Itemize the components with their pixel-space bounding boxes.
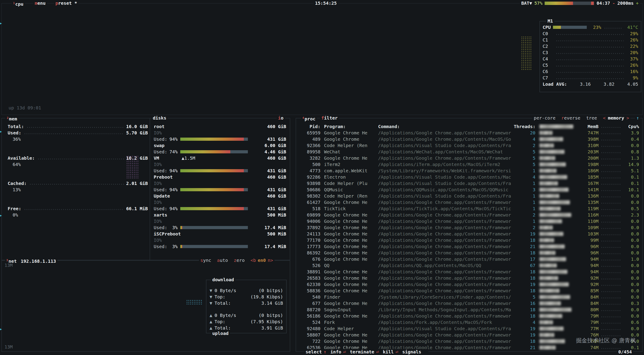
process-row[interactable]: 524 Fork /Applications/Fork.app/Contents… bbox=[296, 319, 642, 325]
net-toggle-button[interactable]: sync bbox=[200, 257, 211, 263]
mem-graph-space bbox=[8, 193, 148, 205]
per-core-toggle[interactable]: per-core bbox=[534, 115, 556, 121]
process-row[interactable]: 489 Google Chrome /Applications/Google C… bbox=[296, 136, 642, 142]
process-row[interactable]: 676 Google Chrome He /Applications/Googl… bbox=[296, 256, 642, 262]
process-program: Code Helper (Ren bbox=[324, 193, 372, 199]
process-row[interactable]: 69899 Google Chrome He /Applications/Goo… bbox=[296, 212, 642, 218]
header-threads[interactable]: Threads: bbox=[514, 123, 536, 130]
process-row[interactable]: 58836 Google Chrome He /Applications/Goo… bbox=[296, 287, 642, 294]
proc-title[interactable]: 4proc bbox=[301, 115, 317, 122]
mem-graph-space bbox=[8, 218, 148, 231]
process-row[interactable]: 677 Google Chrome He /Applications/Googl… bbox=[296, 300, 642, 306]
process-command: /Applications/Google Chrome.app/Contents… bbox=[378, 281, 514, 287]
interval-increase-button[interactable]: + bbox=[636, 0, 638, 6]
user-column-blur bbox=[540, 219, 562, 223]
process-row[interactable]: 65959 Google Chrome He /Applications/Goo… bbox=[296, 130, 642, 136]
reverse-toggle[interactable]: reverse bbox=[561, 115, 580, 121]
footer-action-button[interactable]: select↑ bbox=[306, 349, 326, 355]
process-row[interactable]: 526 QQ /Applications/QQ.app/Contents/Mac… bbox=[296, 262, 642, 269]
header-program[interactable]: Program: bbox=[324, 123, 372, 130]
iface-prev-button[interactable]: <b bbox=[250, 258, 256, 263]
process-program: QQ bbox=[324, 262, 372, 269]
process-row[interactable]: 92286 Electron /Applications/Visual Stud… bbox=[296, 174, 642, 180]
process-row[interactable]: 92366 Code Helper (Ren /Applications/Vis… bbox=[296, 142, 642, 149]
process-cpu: 0.0 bbox=[623, 281, 639, 287]
filter-button[interactable]: filter bbox=[320, 115, 339, 121]
footer-action-button[interactable]: info⏎ bbox=[330, 349, 346, 355]
process-header-row[interactable]: Pid: Program: Command: Threads: MemB Cpu… bbox=[296, 123, 642, 130]
process-row[interactable]: 24113 Google Chrome He /Applications/Goo… bbox=[296, 231, 642, 237]
process-cpu: 0.8 bbox=[623, 149, 639, 155]
scroll-up-icon[interactable]: ↑ bbox=[635, 115, 640, 121]
net-stats-panel: download upload ▼ 0 Byte/s (0 bitps) ▼ T… bbox=[206, 280, 286, 333]
mem-graph-dots bbox=[126, 155, 139, 179]
process-row[interactable]: 540 Finder /System/Library/CoreServices/… bbox=[296, 294, 642, 300]
process-row[interactable]: 62330 Google Chrome He /Applications/Goo… bbox=[296, 281, 642, 287]
footer-action-button[interactable]: kill⏎ bbox=[383, 349, 398, 355]
process-threads: 1 bbox=[514, 168, 536, 174]
process-row[interactable]: 38891 Google Chrome He /Applications/Goo… bbox=[296, 269, 642, 275]
process-row[interactable]: 500 iTerm2 /Applications/iTerm.app/Conte… bbox=[296, 161, 642, 168]
cpu-title-label: cpu bbox=[15, 1, 24, 7]
process-row[interactable]: 56186 Google Chrome He /Applications/Goo… bbox=[296, 313, 642, 319]
upload-total-row: ▲ Total: 3.91 GiB bbox=[210, 325, 283, 331]
upload-arrow-icon: ▲ bbox=[210, 312, 214, 318]
sort-prev-button[interactable]: < bbox=[603, 115, 606, 121]
interface-selector[interactable]: <ben0n> bbox=[250, 257, 273, 263]
process-row[interactable]: 88720 SogouInput /Library/Input Methods/… bbox=[296, 306, 642, 313]
net-title[interactable]: 3net192.168.1.113 bbox=[5, 257, 58, 264]
footer-action-button[interactable]: signals bbox=[402, 349, 423, 355]
process-memory: 135M bbox=[575, 199, 598, 205]
proc-options: per-core reverse tree <memory> bbox=[532, 115, 630, 121]
process-row[interactable]: 89958 WeChat /Applications/WeChat.app/Co… bbox=[296, 149, 642, 155]
process-command: /Library/Input Methods/SogouInput.app/Co… bbox=[378, 306, 514, 313]
header-pid[interactable]: Pid: bbox=[300, 123, 320, 130]
leader-dots bbox=[600, 155, 622, 161]
net-toggle-button[interactable]: zero bbox=[234, 257, 245, 263]
sort-selector[interactable]: <memory> bbox=[603, 115, 629, 121]
process-program: Google Chrome He bbox=[324, 199, 372, 205]
process-row[interactable]: 26583 Google Chrome He /Applications/Goo… bbox=[296, 275, 642, 281]
header-command[interactable]: Command: bbox=[378, 123, 514, 130]
process-row[interactable]: 98302 Code Helper (Ren /Applications/Vis… bbox=[296, 193, 642, 199]
sort-next-button[interactable]: > bbox=[626, 115, 629, 121]
cpu-temperature: 41°C bbox=[624, 24, 638, 31]
cpu-box-title[interactable]: 1cpu bbox=[12, 0, 25, 7]
process-row[interactable]: 93898 Code Helper (Plu /Applications/Vis… bbox=[296, 180, 642, 187]
process-command: /Applications/Google Chrome.app/Contents… bbox=[378, 269, 514, 275]
iface-next-button[interactable]: n> bbox=[268, 258, 273, 263]
disk-io-label: IO% bbox=[154, 161, 286, 168]
process-pid: 50686 bbox=[300, 187, 320, 193]
process-row[interactable]: 17773 Google Chrome He /Applications/Goo… bbox=[296, 243, 642, 250]
leader-dots bbox=[600, 325, 622, 332]
process-memory: 119M bbox=[575, 205, 598, 212]
process-row[interactable]: 92480 Code Helper /Applications/Visual S… bbox=[296, 325, 642, 332]
process-row[interactable]: 4773 com.apple.WebKit /System/Library/Fr… bbox=[296, 168, 642, 174]
process-row[interactable]: 3282 Google Chrome He /Applications/Goog… bbox=[296, 155, 642, 161]
footer-action-button[interactable]: terminate⏎ bbox=[350, 349, 379, 355]
mem-stats-column: Total: 16.0 GiB Used: 5.70 GiB 36% bbox=[2, 118, 150, 260]
process-pid: 69899 bbox=[300, 212, 320, 218]
leader-dots bbox=[600, 218, 622, 224]
header-memory[interactable]: MemB bbox=[575, 123, 598, 130]
menu-button[interactable]: menu bbox=[33, 0, 47, 6]
process-row[interactable]: 77170 Google Chrome He /Applications/Goo… bbox=[296, 237, 642, 243]
process-row[interactable]: 37892 Google Chrome He /Applications/Goo… bbox=[296, 224, 642, 231]
cpu-core-row: C5 26% bbox=[542, 62, 638, 68]
header-cpu[interactable]: Cpu% bbox=[623, 123, 639, 130]
process-row[interactable]: 50686 QQMusic /Applications/QQMusic.app/… bbox=[296, 187, 642, 193]
process-panel: 4proc filter per-core reverse tree <memo… bbox=[296, 118, 643, 352]
net-toggle-button[interactable]: auto bbox=[217, 257, 228, 263]
process-row[interactable]: 94006 Google Chrome He /Applications/Goo… bbox=[296, 218, 642, 224]
process-memory: 79M bbox=[575, 313, 598, 319]
preset-button[interactable]: preset * bbox=[54, 0, 78, 6]
process-program: Google Chrome He bbox=[324, 281, 372, 287]
process-row[interactable]: 86392 Google Chrome He /Applications/Goo… bbox=[296, 250, 642, 256]
interval-decrease-button[interactable]: - bbox=[612, 0, 615, 6]
process-threads: 2 bbox=[514, 224, 536, 231]
process-pid: 526 bbox=[300, 262, 320, 269]
disk-name-row: Update 460 GiB bbox=[154, 193, 286, 199]
tree-toggle[interactable]: tree bbox=[586, 115, 597, 121]
process-row[interactable]: 518 TickTick /Applications/TickTick.app/… bbox=[296, 205, 642, 212]
process-row[interactable]: 61427 Google Chrome He /Applications/Goo… bbox=[296, 199, 642, 205]
